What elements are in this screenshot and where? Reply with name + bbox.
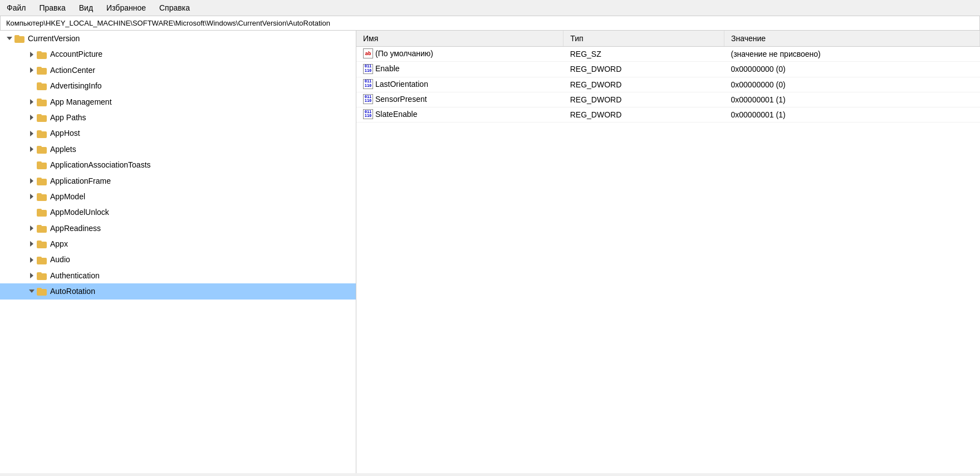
value-name: 011110SensorPresent — [356, 92, 564, 107]
tree-label: Audio — [50, 253, 70, 266]
menu-help[interactable]: Справка — [157, 2, 192, 13]
value-name: 011110LastOrientation — [356, 77, 564, 92]
folder-icon — [37, 66, 48, 75]
value-data: 0x00000001 (1) — [724, 92, 980, 107]
tree-item-applets[interactable]: Applets — [0, 141, 356, 157]
tree-item-audio[interactable]: Audio — [0, 252, 356, 267]
col-name: Имя — [356, 31, 564, 47]
menu-edit[interactable]: Правка — [37, 2, 67, 13]
tree-expander[interactable] — [28, 225, 37, 231]
menu-favorites[interactable]: Избранное — [104, 2, 148, 13]
table-row[interactable]: 011110SensorPresentREG_DWORD0x00000001 (… — [356, 92, 980, 107]
folder-icon — [14, 34, 26, 43]
value-data: 0x00000001 (1) — [724, 107, 980, 122]
tree-expander[interactable] — [28, 131, 37, 136]
tree-label: AppModel — [50, 190, 85, 203]
reg-dword-icon: 011110 — [363, 109, 373, 119]
values-header-row: Имя Тип Значение — [356, 31, 980, 47]
folder-icon — [37, 160, 48, 169]
tree-item-appx[interactable]: Appx — [0, 236, 356, 252]
table-row[interactable]: 011110LastOrientationREG_DWORD0x00000000… — [356, 77, 980, 92]
tree-label: CurrentVersion — [28, 32, 80, 45]
tree-expander[interactable] — [28, 178, 37, 184]
tree-expander[interactable] — [28, 257, 37, 263]
value-name-text: SlateEnable — [375, 110, 418, 119]
reg-dword-icon: 011110 — [363, 94, 373, 104]
tree-item-appmodelunlock[interactable]: AppModelUnlock — [0, 204, 356, 220]
table-row[interactable]: ab(По умолчанию)REG_SZ(значение не присв… — [356, 47, 980, 62]
value-type: REG_DWORD — [564, 107, 724, 122]
table-row[interactable]: 011110SlateEnableREG_DWORD0x00000001 (1) — [356, 107, 980, 122]
tree-item-applicationframe[interactable]: ApplicationFrame — [0, 173, 356, 189]
folder-icon — [37, 81, 48, 90]
tree-item-currentversion[interactable]: CurrentVersion — [0, 31, 356, 46]
tree-expander[interactable] — [28, 146, 37, 152]
tree-item-appreadiness[interactable]: AppReadiness — [0, 220, 356, 236]
folder-icon — [37, 224, 48, 233]
table-row[interactable]: 011110EnableREG_DWORD0x00000000 (0) — [356, 62, 980, 77]
value-name-text: Enable — [375, 64, 400, 73]
value-name-text: (По умолчанию) — [375, 49, 433, 58]
tree-item-actioncenter[interactable]: ActionCenter — [0, 62, 356, 78]
tree-label: AccountPicture — [50, 48, 102, 60]
tree-expander[interactable] — [28, 194, 37, 199]
values-table: Имя Тип Значение ab(По умолчанию)REG_SZ(… — [356, 31, 980, 122]
menu-view[interactable]: Вид — [77, 2, 95, 13]
folder-icon — [37, 256, 48, 264]
menu-file[interactable]: Файл — [4, 2, 28, 13]
tree-expander[interactable] — [28, 52, 37, 57]
value-type: REG_DWORD — [564, 62, 724, 77]
values-panel: Имя Тип Значение ab(По умолчанию)REG_SZ(… — [356, 31, 980, 473]
tree-item-appmodel[interactable]: AppModel — [0, 189, 356, 204]
tree-expander[interactable] — [28, 273, 37, 278]
menu-bar: Файл Правка Вид Избранное Справка — [0, 0, 980, 16]
tree-label: AppReadiness — [50, 222, 101, 234]
tree-expander[interactable] — [28, 99, 37, 105]
tree-expander[interactable] — [28, 67, 37, 73]
folder-icon — [37, 129, 48, 138]
tree-label: App Management — [50, 96, 112, 108]
value-name-text: LastOrientation — [375, 80, 428, 89]
value-name-text: SensorPresent — [375, 95, 427, 104]
tree-item-accountpicture[interactable]: AccountPicture — [0, 46, 356, 62]
address-path: Компьютер\HKEY_LOCAL_MACHINE\SOFTWARE\Mi… — [6, 19, 330, 27]
tree-label: AppHost — [50, 127, 80, 139]
folder-icon — [37, 145, 48, 154]
value-type: REG_DWORD — [564, 92, 724, 107]
folder-icon — [37, 208, 48, 217]
value-name: ab(По умолчанию) — [356, 47, 564, 62]
value-name: 011110SlateEnable — [356, 107, 564, 122]
tree-label: Applets — [50, 143, 76, 155]
folder-icon — [37, 271, 48, 280]
tree-panel[interactable]: CurrentVersionAccountPictureActionCenter… — [0, 31, 356, 473]
col-type: Тип — [564, 31, 724, 47]
tree-label: ApplicationAssociationToasts — [50, 159, 151, 171]
tree-expander[interactable] — [28, 289, 37, 293]
value-type: REG_DWORD — [564, 77, 724, 92]
tree-item-applicationassociationtoasts[interactable]: ApplicationAssociationToasts — [0, 157, 356, 173]
tree-item-apppaths[interactable]: App Paths — [0, 110, 356, 125]
main-layout: CurrentVersionAccountPictureActionCenter… — [0, 31, 980, 473]
folder-icon — [37, 50, 48, 59]
tree-content: CurrentVersionAccountPictureActionCenter… — [0, 31, 356, 300]
tree-label: Appx — [50, 238, 68, 250]
value-name: 011110Enable — [356, 62, 564, 77]
tree-label: App Paths — [50, 111, 86, 124]
folder-icon — [37, 192, 48, 201]
tree-label: AdvertisingInfo — [50, 80, 102, 92]
tree-item-apphost[interactable]: AppHost — [0, 125, 356, 141]
tree-item-appmanagement[interactable]: App Management — [0, 94, 356, 110]
tree-item-autorotation[interactable]: AutoRotation — [0, 283, 356, 299]
tree-label: ActionCenter — [50, 64, 95, 76]
folder-icon — [37, 239, 48, 248]
address-bar[interactable]: Компьютер\HKEY_LOCAL_MACHINE\SOFTWARE\Mi… — [0, 16, 980, 31]
reg-sz-icon: ab — [363, 48, 373, 58]
tree-item-advertisinginfo[interactable]: AdvertisingInfo — [0, 78, 356, 94]
tree-item-authentication[interactable]: Authentication — [0, 268, 356, 283]
folder-icon — [37, 176, 48, 185]
tree-expander[interactable] — [28, 115, 37, 120]
tree-label: AppModelUnlock — [50, 206, 109, 218]
tree-expander[interactable] — [6, 37, 14, 40]
tree-expander[interactable] — [28, 241, 37, 247]
reg-dword-icon: 011110 — [363, 79, 373, 89]
